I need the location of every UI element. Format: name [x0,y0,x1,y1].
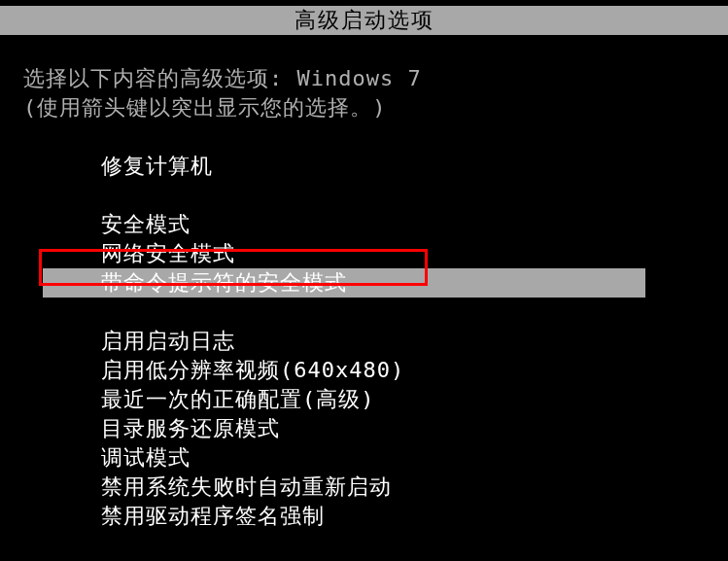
menu-repair-computer[interactable]: 修复计算机 [101,152,728,181]
menu-safe-mode[interactable]: 安全模式 [101,210,728,239]
title-text: 高级启动选项 [295,8,434,32]
menu-safe-mode-command-prompt[interactable]: 带命令提示符的安全模式 [43,268,645,298]
menu-safe-mode-networking[interactable]: 网络安全模式 [101,239,728,268]
spacer [101,298,728,327]
menu-disable-auto-restart[interactable]: 禁用系统失败时自动重新启动 [101,473,728,502]
menu-last-known-good[interactable]: 最近一次的正确配置(高级) [101,385,728,414]
menu-debugging-mode[interactable]: 调试模式 [101,443,728,473]
title-bar: 高级启动选项 [0,6,728,35]
spacer [101,531,728,560]
instruction-line-1: 选择以下内容的高级选项: Windows 7 [23,64,728,93]
boot-menu[interactable]: 修复计算机 安全模式 网络安全模式 带命令提示符的安全模式 启用启动日志 启用低… [101,152,728,561]
content-area: 选择以下内容的高级选项: Windows 7 (使用箭头键以突出显示您的选择。)… [0,35,728,561]
menu-disable-driver-signature[interactable]: 禁用驱动程序签名强制 [101,502,728,531]
menu-enable-boot-logging[interactable]: 启用启动日志 [101,327,728,356]
instruction-prefix: 选择以下内容的高级选项: [23,66,297,90]
spacer [101,181,728,210]
instruction-line-2: (使用箭头键以突出显示您的选择。) [23,93,728,123]
menu-enable-low-res[interactable]: 启用低分辨率视频(640x480) [101,356,728,385]
os-name: Windows 7 [297,66,422,90]
menu-directory-services-restore[interactable]: 目录服务还原模式 [101,414,728,443]
